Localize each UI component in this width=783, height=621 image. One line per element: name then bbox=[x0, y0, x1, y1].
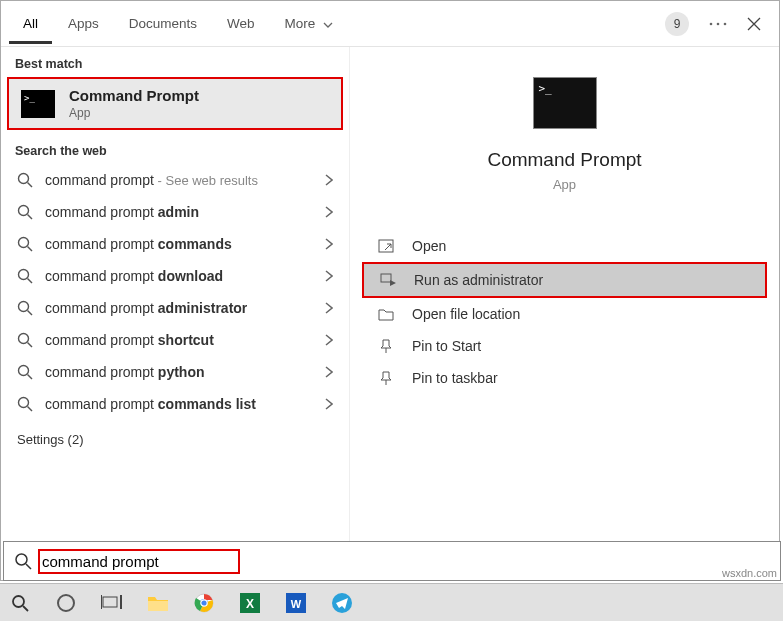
web-result-label: command prompt admin bbox=[45, 204, 313, 220]
svg-line-8 bbox=[28, 247, 33, 252]
action-pin-to-taskbar[interactable]: Pin to taskbar bbox=[362, 362, 767, 394]
more-options-icon[interactable] bbox=[709, 22, 727, 26]
search-icon bbox=[17, 364, 33, 380]
svg-line-16 bbox=[28, 375, 33, 380]
search-input-highlight bbox=[38, 549, 240, 574]
settings-results[interactable]: Settings (2) bbox=[1, 420, 349, 459]
svg-line-23 bbox=[26, 564, 31, 569]
svg-line-18 bbox=[28, 407, 33, 412]
svg-line-6 bbox=[28, 215, 33, 220]
web-result-label: command prompt commands list bbox=[45, 396, 313, 412]
svg-text:W: W bbox=[291, 598, 302, 610]
svg-point-1 bbox=[717, 22, 720, 25]
svg-line-12 bbox=[28, 311, 33, 316]
word-icon[interactable]: W bbox=[282, 589, 310, 617]
search-icon bbox=[17, 300, 33, 316]
search-icon bbox=[17, 172, 33, 188]
search-web-header: Search the web bbox=[1, 134, 349, 164]
cortana-icon[interactable] bbox=[52, 589, 80, 617]
tab-all[interactable]: All bbox=[9, 4, 52, 44]
results-panel: Best match Command Prompt App Search the… bbox=[1, 47, 349, 580]
web-result-item[interactable]: command prompt - See web results bbox=[1, 164, 349, 196]
chrome-icon[interactable] bbox=[190, 589, 218, 617]
taskbar-search-icon[interactable] bbox=[6, 589, 34, 617]
chevron-right-icon bbox=[325, 206, 333, 218]
search-icon bbox=[14, 552, 32, 570]
web-result-item[interactable]: command prompt python bbox=[1, 356, 349, 388]
web-result-item[interactable]: command prompt admin bbox=[1, 196, 349, 228]
pin-icon bbox=[378, 371, 396, 385]
svg-point-9 bbox=[19, 270, 29, 280]
app-preview: Command Prompt App bbox=[362, 67, 767, 220]
tab-documents[interactable]: Documents bbox=[115, 4, 211, 44]
best-match-title: Command Prompt bbox=[69, 87, 199, 104]
action-pin-to-start[interactable]: Pin to Start bbox=[362, 330, 767, 362]
best-match-header: Best match bbox=[1, 47, 349, 77]
web-results-list: command prompt - See web results command… bbox=[1, 164, 349, 420]
web-result-label: command prompt commands bbox=[45, 236, 313, 252]
top-bar: All Apps Documents Web More 9 bbox=[1, 1, 779, 47]
svg-line-14 bbox=[28, 343, 33, 348]
task-view-icon[interactable] bbox=[98, 589, 126, 617]
chevron-right-icon bbox=[325, 238, 333, 250]
excel-icon[interactable]: X bbox=[236, 589, 264, 617]
action-label: Pin to Start bbox=[412, 338, 481, 354]
web-result-item[interactable]: command prompt commands list bbox=[1, 388, 349, 420]
svg-line-10 bbox=[28, 279, 33, 284]
action-list: Open Run as administrator Open file loca… bbox=[362, 230, 767, 394]
action-label: Pin to taskbar bbox=[412, 370, 498, 386]
svg-point-0 bbox=[710, 22, 713, 25]
chevron-right-icon bbox=[325, 398, 333, 410]
web-result-item[interactable]: command prompt commands bbox=[1, 228, 349, 260]
search-bar[interactable] bbox=[3, 541, 781, 581]
search-icon bbox=[17, 332, 33, 348]
telegram-icon[interactable] bbox=[328, 589, 356, 617]
web-result-item[interactable]: command prompt administrator bbox=[1, 292, 349, 324]
search-icon bbox=[17, 396, 33, 412]
svg-rect-27 bbox=[103, 597, 117, 607]
svg-rect-30 bbox=[148, 601, 168, 611]
svg-rect-21 bbox=[381, 274, 391, 282]
tab-more[interactable]: More bbox=[271, 4, 348, 44]
web-result-label: command prompt python bbox=[45, 364, 313, 380]
chevron-right-icon bbox=[325, 366, 333, 378]
action-open[interactable]: Open bbox=[362, 230, 767, 262]
action-label: Open file location bbox=[412, 306, 520, 322]
action-run-as-administrator[interactable]: Run as administrator bbox=[362, 262, 767, 298]
web-result-item[interactable]: command prompt download bbox=[1, 260, 349, 292]
preview-sub: App bbox=[553, 177, 576, 192]
chevron-right-icon bbox=[325, 334, 333, 346]
svg-line-25 bbox=[23, 606, 28, 611]
search-icon bbox=[17, 236, 33, 252]
preview-panel: Command Prompt App Open Run as administr… bbox=[349, 47, 779, 580]
web-result-item[interactable]: command prompt shortcut bbox=[1, 324, 349, 356]
search-icon bbox=[17, 268, 33, 284]
svg-line-4 bbox=[28, 183, 33, 188]
chevron-right-icon bbox=[325, 270, 333, 282]
filter-tabs: All Apps Documents Web More bbox=[9, 4, 347, 44]
svg-point-22 bbox=[16, 554, 27, 565]
tab-apps[interactable]: Apps bbox=[54, 4, 113, 44]
tab-web[interactable]: Web bbox=[213, 4, 269, 44]
best-match-sub: App bbox=[69, 106, 199, 120]
chevron-right-icon bbox=[325, 174, 333, 186]
svg-point-24 bbox=[13, 596, 24, 607]
svg-point-5 bbox=[19, 206, 29, 216]
top-actions: 9 bbox=[665, 12, 771, 36]
search-icon bbox=[17, 204, 33, 220]
search-input[interactable] bbox=[42, 553, 232, 570]
svg-point-3 bbox=[19, 174, 29, 184]
best-match-result[interactable]: Command Prompt App bbox=[7, 77, 343, 130]
svg-point-26 bbox=[58, 595, 74, 611]
content-area: Best match Command Prompt App Search the… bbox=[1, 47, 779, 580]
file-explorer-icon[interactable] bbox=[144, 589, 172, 617]
command-prompt-icon bbox=[533, 77, 597, 129]
preview-title: Command Prompt bbox=[487, 149, 641, 171]
action-open-file-location[interactable]: Open file location bbox=[362, 298, 767, 330]
svg-point-33 bbox=[201, 599, 207, 605]
close-icon[interactable] bbox=[747, 17, 761, 31]
notification-count[interactable]: 9 bbox=[665, 12, 689, 36]
web-result-label: command prompt shortcut bbox=[45, 332, 313, 348]
search-window: All Apps Documents Web More 9 Best match bbox=[0, 0, 780, 581]
action-label: Open bbox=[412, 238, 446, 254]
